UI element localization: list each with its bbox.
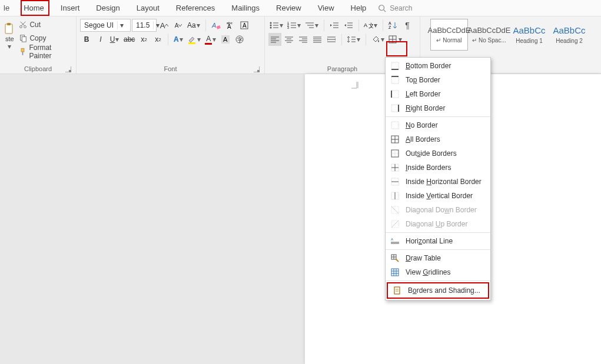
tell-me-search[interactable]: Search	[378, 4, 412, 12]
decrease-font-button[interactable]: A	[172, 19, 185, 32]
tab-layout[interactable]: Layout	[128, 0, 168, 16]
align-center-icon	[285, 36, 293, 43]
cut-button[interactable]: Cut	[19, 19, 72, 31]
tab-home[interactable]: Home	[15, 0, 52, 16]
paste-button[interactable]: ste ▾	[4, 19, 15, 54]
sort-button[interactable]: AZ	[387, 19, 400, 32]
clipboard-dialog-launcher[interactable]	[65, 66, 71, 72]
menu-draw-table[interactable]: Draw Table	[386, 251, 490, 265]
distributed-button[interactable]	[325, 33, 338, 46]
phonetic-guide-button[interactable]: abcA	[224, 19, 237, 32]
increase-indent-button[interactable]	[342, 19, 355, 32]
style-heading2[interactable]: AaBbCc Heading 2	[550, 19, 588, 51]
border-inside-h-icon	[390, 177, 400, 186]
borders-button[interactable]: ▾	[387, 33, 404, 46]
line-spacing-icon	[347, 35, 356, 44]
chevron-down-icon[interactable]: ▾	[117, 21, 125, 29]
text-effects-button[interactable]: A▾	[172, 33, 185, 46]
menu-top-border[interactable]: Top Border	[386, 73, 490, 87]
font-name-combo[interactable]: Segoe UI ▾	[80, 19, 131, 32]
underline-button[interactable]: U▾	[108, 33, 121, 46]
menu-inside-horizontal[interactable]: Inside Horizontal Border	[386, 175, 490, 189]
font-size-value: 11.5	[132, 21, 153, 29]
format-painter-button[interactable]: Format Painter	[19, 46, 72, 58]
tab-references[interactable]: References	[168, 0, 223, 16]
change-case-button[interactable]: Aa▾	[186, 19, 202, 32]
subscript-button[interactable]: x2	[137, 33, 150, 46]
menu-all-borders[interactable]: All Borders	[386, 132, 490, 146]
font-dialog-launcher[interactable]	[254, 66, 260, 72]
style-name: ↵ No Spac...	[472, 37, 506, 44]
chevron-down-icon: ▾	[297, 21, 301, 29]
increase-font-button[interactable]: A	[158, 19, 171, 32]
clear-formatting-button[interactable]: A	[210, 19, 223, 32]
superscript-button[interactable]: x2	[151, 33, 164, 46]
menu-inside-vertical[interactable]: Inside Vertical Border	[386, 189, 490, 203]
justify-button[interactable]	[311, 33, 324, 46]
highlight-color-button[interactable]: ▾	[186, 33, 202, 46]
svg-rect-18	[188, 42, 195, 44]
character-shading-button[interactable]: A	[219, 33, 232, 46]
border-right-icon	[390, 103, 400, 113]
menu-bottom-border[interactable]: Bottom Border	[386, 59, 490, 73]
menu-label: Inside Borders	[406, 163, 451, 172]
menu-inside-borders[interactable]: Inside Borders	[386, 161, 490, 175]
svg-rect-73	[391, 62, 399, 69]
align-left-button[interactable]	[268, 33, 281, 46]
numbering-button[interactable]: 123▾	[286, 19, 303, 32]
align-center-button[interactable]	[283, 33, 295, 46]
style-normal[interactable]: AaBbCcDdE ↵ Normal	[430, 19, 468, 51]
bullets-button[interactable]: ▾	[268, 19, 285, 32]
borders-dropdown-menu: Bottom Border Top Border Left Border Rig…	[385, 57, 491, 300]
font-size-combo[interactable]: 11.5 ▾	[132, 19, 157, 32]
style-preview: AaBbCc	[553, 25, 585, 35]
menu-left-border[interactable]: Left Border	[386, 87, 490, 101]
italic-button[interactable]: I	[94, 33, 107, 46]
svg-text:A: A	[389, 21, 391, 25]
multilevel-list-button[interactable]: ▾	[304, 19, 320, 32]
horizontal-line-icon: A	[390, 236, 400, 246]
tab-review[interactable]: Review	[268, 0, 310, 16]
border-diag-up-icon	[390, 219, 400, 229]
tab-mailings[interactable]: Mailings	[223, 0, 268, 16]
tab-help[interactable]: Help	[343, 0, 375, 16]
show-hide-button[interactable]: ¶	[401, 19, 414, 32]
align-right-button[interactable]	[297, 33, 310, 46]
menu-view-gridlines[interactable]: View Gridlines	[386, 265, 490, 279]
style-heading1[interactable]: AaBbCc Heading 1	[510, 19, 548, 51]
border-left-icon	[390, 89, 400, 99]
svg-line-1	[384, 9, 386, 12]
menu-right-border[interactable]: Right Border	[386, 101, 490, 115]
enclose-characters-button[interactable]: 字	[233, 33, 246, 46]
svg-line-96	[391, 206, 399, 213]
tab-insert[interactable]: Insert	[52, 0, 88, 16]
menu-horizontal-line[interactable]: A Horizontal Line	[386, 234, 490, 248]
svg-text:文: 文	[368, 22, 373, 29]
svg-text:A: A	[243, 22, 247, 29]
chevron-down-icon[interactable]: ▾	[398, 35, 403, 44]
asian-layout-button[interactable]: A文▾	[363, 19, 379, 32]
bold-button[interactable]: B	[80, 33, 93, 46]
decrease-indent-button[interactable]	[328, 19, 341, 32]
numbering-icon: 123	[287, 21, 297, 29]
paste-icon	[4, 22, 15, 35]
svg-text:A: A	[227, 24, 231, 30]
font-name-value: Segoe UI	[81, 21, 117, 29]
paste-label: ste	[5, 35, 14, 42]
font-color-button[interactable]: A▾	[204, 33, 218, 46]
shading-button[interactable]: ▾	[370, 33, 386, 46]
menu-label: Right Border	[406, 104, 445, 112]
character-border-button[interactable]: A	[238, 19, 251, 32]
strikethrough-button[interactable]: abc	[122, 33, 136, 46]
style-no-spacing[interactable]: AaBbCcDdE ↵ No Spac...	[470, 19, 508, 51]
style-preview: AaBbCcDdE	[468, 26, 511, 35]
copy-button[interactable]: Copy	[19, 32, 72, 44]
menu-no-border[interactable]: No Border	[386, 118, 490, 132]
tab-design[interactable]: Design	[88, 0, 128, 16]
menu-outside-borders[interactable]: Outside Borders	[386, 146, 490, 161]
distributed-icon	[327, 36, 336, 43]
tab-file[interactable]: le	[0, 0, 15, 16]
tab-view[interactable]: View	[310, 0, 343, 16]
menu-borders-and-shading[interactable]: Borders and Shading...	[388, 283, 488, 298]
line-spacing-button[interactable]: ▾	[346, 33, 362, 46]
